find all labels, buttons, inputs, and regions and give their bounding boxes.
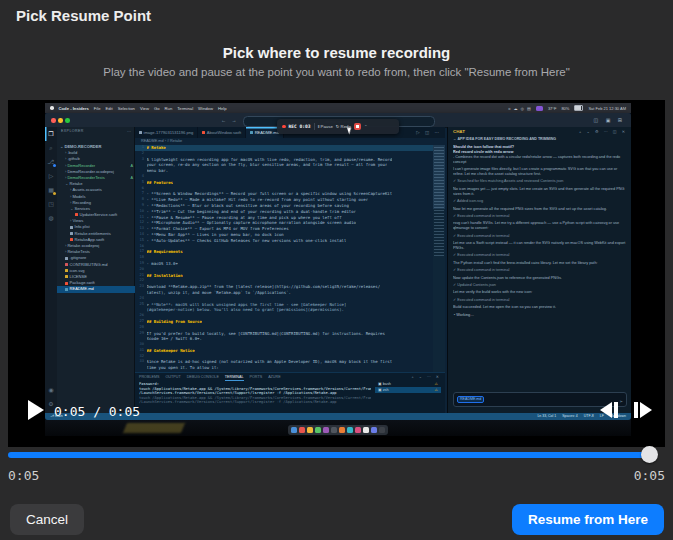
file-icon xyxy=(65,269,68,272)
tree-item-label: Retake xyxy=(69,181,82,186)
statusbar-item: Spaces: 4 xyxy=(562,413,578,420)
shell-list-item: ▣ zsh⚠ xyxy=(375,387,441,393)
dock-icon xyxy=(355,427,361,433)
file-icon xyxy=(250,131,253,134)
panel-tab: DEBUG CONSOLE xyxy=(187,374,219,381)
editor-tab: AboutWindow.swift xyxy=(198,127,246,138)
screen-recording-indicator-icon xyxy=(536,106,543,111)
file-tree: ⌄DEMO-RECORDER›.build›.github›DemoRecord… xyxy=(57,144,135,293)
minimap xyxy=(433,145,445,372)
statusbar-item: UTF-8 xyxy=(584,413,594,420)
dock-icon xyxy=(315,427,321,433)
history-nav-icons: ← → xyxy=(221,117,238,123)
tree-item-label: icon.svg xyxy=(70,268,85,273)
menubar-app-name: Code - Insiders xyxy=(59,106,89,111)
layout-toggle-icons: ◫ ▣ ⊞ xyxy=(594,117,625,123)
line-text: time you open it. To allow it: xyxy=(147,365,219,371)
panel-action-icons: + ⌄ ⋯ ✕ xyxy=(411,374,441,379)
badge-dot xyxy=(53,192,57,196)
dock-icon xyxy=(331,427,337,433)
file-icon xyxy=(202,131,205,134)
chat-message: Let me use a Swift script instead — it c… xyxy=(453,241,627,251)
tree-item-label: RetakeTests xyxy=(67,249,90,254)
recording-timer: REC 0:03 xyxy=(289,124,311,129)
menubar-battery-percent: 80% xyxy=(561,106,569,111)
minimize-traffic-light xyxy=(58,118,63,123)
explorer-sidebar: EXPLORER ⋯ ⌄DEMO-RECORDER›.build›.github… xyxy=(57,127,135,413)
tree-item-label: Views xyxy=(72,218,83,223)
chat-message: No icon images yet — just empty slots. L… xyxy=(453,187,627,197)
chat-messages: Should the icon follow that motif?Red re… xyxy=(453,145,627,374)
menubar-menu: Selection xyxy=(118,106,135,111)
tree-item-label: LICENSE xyxy=(70,274,88,279)
chat-message: - Combines the record dot with a circula… xyxy=(453,155,627,165)
record-dot-icon xyxy=(282,125,286,129)
terminal-shell-list: ▣ bash⚠▣ zsh⚠ xyxy=(375,381,441,393)
apple-logo-icon xyxy=(50,106,54,110)
editor-tab-label: README.md xyxy=(255,127,279,138)
line-text: Xcode 16+ / Swift 6.0+. xyxy=(147,336,202,342)
chat-thread-title: ← APP IDEA FOR EASY DEMO RECORDING AND T… xyxy=(453,137,623,141)
pause-recording-label: ‖ Pause xyxy=(318,124,333,129)
tree-item-label: DemoRecorder.xcodeproj xyxy=(67,169,113,174)
resume-from-here-button[interactable]: Resume from Here xyxy=(512,504,664,535)
line-text: latest), unzip it, and move `Retake.app`… xyxy=(147,290,292,296)
macos-dock xyxy=(288,425,388,435)
search-icon: ⌕ xyxy=(45,141,57,155)
statusbar-item: Ln 33, Col 1 xyxy=(537,413,556,420)
play-button[interactable] xyxy=(28,400,44,420)
chevron-up-icon: ⌃ xyxy=(364,124,368,129)
line-number xyxy=(135,365,147,371)
video-player[interactable]: Code - Insiders FileEditSelectionViewGoR… xyxy=(8,100,665,447)
tree-item-label: Assets.xcassets xyxy=(72,187,101,192)
dock-icon xyxy=(339,427,345,433)
tree-arrow-icon: ⌄ xyxy=(65,181,68,186)
activity-bar: ❐⌕⎇▷▦◳◍◉⚙ xyxy=(45,127,57,413)
tree-item-label: Services xyxy=(74,206,90,211)
battery-icon xyxy=(574,105,583,111)
menubar-temperature: 37°F xyxy=(548,106,557,111)
tree-item-label: RetakeApp.swift xyxy=(75,237,105,242)
editor-line: time you open it. To allow it: xyxy=(135,365,433,371)
seek-fill xyxy=(8,452,657,458)
menubar-status-icon: ▤ xyxy=(527,106,531,111)
panel-tab: PROBLEMS xyxy=(139,374,160,381)
dock-icon xyxy=(291,427,297,433)
tree-item-label: Retake.entitlements xyxy=(75,231,111,236)
chat-title: CHAT xyxy=(453,129,465,134)
seek-thumb[interactable] xyxy=(641,446,658,463)
explorer-title: EXPLORER xyxy=(61,129,84,133)
tree-item-label: Recording xyxy=(72,200,91,205)
dialog-title: Pick Resume Point xyxy=(16,7,151,24)
menubar-menu: Edit xyxy=(106,106,113,111)
seek-bar[interactable] xyxy=(8,452,657,458)
panel-tab: AZURE xyxy=(268,374,281,381)
tree-item-label: .gitignore xyxy=(70,255,87,260)
terminal-panel: PROBLEMSOUTPUTDEBUG CONSOLETERMINALPORTS… xyxy=(135,372,445,413)
menubar-menu: Window xyxy=(198,106,213,111)
menubar-menu: File xyxy=(94,106,101,111)
tree-item-label: Package.swift xyxy=(70,280,95,285)
line-text: ## Requirements xyxy=(147,249,183,255)
run-debug-icon: ▷ xyxy=(45,169,57,183)
source-control-icon: ⎇ xyxy=(45,155,57,169)
menubar-status-icon: ⌗ xyxy=(508,106,510,111)
chat-panel: CHAT + ⌄ ⚙ ⋯ ◫ ✕ ← APP IDEA FOR EASY DEM… xyxy=(447,127,631,413)
video-frame-screenshot: Code - Insiders FileEditSelectionViewGoR… xyxy=(45,103,631,436)
dock-icon xyxy=(379,427,385,433)
tree-item-label: Info.plist xyxy=(75,224,90,229)
cancel-button[interactable]: Cancel xyxy=(10,504,84,535)
wallpaper-highlight xyxy=(123,423,185,433)
testing-icon: ◳ xyxy=(45,197,57,211)
frame-forward-button[interactable] xyxy=(630,401,654,419)
shell-label: zsh xyxy=(383,388,389,392)
line-text: - macOS 13.0+ xyxy=(147,261,178,267)
menubar-status-icon: ☁ xyxy=(514,106,518,111)
elapsed-time-label: 0:05 xyxy=(8,468,39,483)
dock-icon xyxy=(323,427,329,433)
dialog-heading: Pick where to resume recording xyxy=(0,44,673,61)
tree-item-label: README.md xyxy=(70,286,94,291)
dock-icon xyxy=(299,427,305,433)
dock-icon xyxy=(363,427,369,433)
frame-back-button[interactable] xyxy=(598,401,622,419)
